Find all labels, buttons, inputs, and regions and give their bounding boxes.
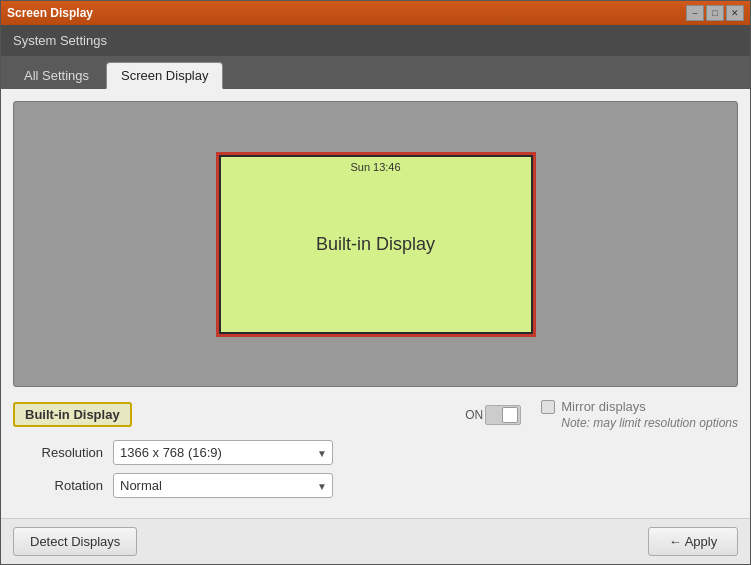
monitor-frame: Sun 13:46 Built-in Display <box>216 152 536 337</box>
monitor-label: Built-in Display <box>316 234 435 255</box>
settings-section: Built-in Display ON Mirror displays Note… <box>13 399 738 506</box>
system-settings-label: System Settings <box>1 25 750 56</box>
toggle-label: ON <box>465 408 483 422</box>
title-bar: Screen Display – □ ✕ <box>1 1 750 25</box>
title-controls: – □ ✕ <box>686 5 744 21</box>
rotation-select[interactable]: Normal 90° 180° 270° <box>113 473 333 498</box>
resolution-select-wrapper: 1366 x 768 (16:9) 1280 x 720 (16:9) 1024… <box>113 440 333 465</box>
mirror-checkbox[interactable] <box>541 400 555 414</box>
main-window: Screen Display – □ ✕ System Settings All… <box>0 0 751 565</box>
mirror-checkbox-row: Mirror displays <box>541 399 646 414</box>
bottom-bar: Detect Displays ← Apply <box>1 518 750 564</box>
maximize-button[interactable]: □ <box>706 5 724 21</box>
tab-all-settings[interactable]: All Settings <box>9 62 104 89</box>
resolution-row: Resolution 1366 x 768 (16:9) 1280 x 720 … <box>13 440 738 465</box>
display-preview: Sun 13:46 Built-in Display <box>13 101 738 387</box>
resolution-label: Resolution <box>13 445 103 460</box>
toggle-area: ON <box>465 405 521 425</box>
resolution-select[interactable]: 1366 x 768 (16:9) 1280 x 720 (16:9) 1024… <box>113 440 333 465</box>
mirror-area: Mirror displays Note: may limit resoluti… <box>541 399 738 430</box>
rotation-label: Rotation <box>13 478 103 493</box>
minimize-button[interactable]: – <box>686 5 704 21</box>
rotation-row: Rotation Normal 90° 180° 270° ▼ <box>13 473 738 498</box>
monitor-time: Sun 13:46 <box>350 161 400 173</box>
toggle-knob <box>502 407 518 423</box>
apply-button[interactable]: ← Apply <box>648 527 738 556</box>
tab-bar: All Settings Screen Display <box>1 56 750 89</box>
mirror-note: Note: may limit resolution options <box>561 416 738 430</box>
on-off-toggle[interactable] <box>485 405 521 425</box>
mirror-label: Mirror displays <box>561 399 646 414</box>
content-area: Sun 13:46 Built-in Display Built-in Disp… <box>1 89 750 518</box>
close-button[interactable]: ✕ <box>726 5 744 21</box>
window-title: Screen Display <box>7 6 93 20</box>
monitor-screen: Sun 13:46 Built-in Display <box>221 157 531 332</box>
display-header: Built-in Display ON Mirror displays Note… <box>13 399 738 430</box>
rotation-select-wrapper: Normal 90° 180° 270° ▼ <box>113 473 333 498</box>
display-name-badge: Built-in Display <box>13 402 132 427</box>
detect-displays-button[interactable]: Detect Displays <box>13 527 137 556</box>
tab-screen-display[interactable]: Screen Display <box>106 62 223 89</box>
